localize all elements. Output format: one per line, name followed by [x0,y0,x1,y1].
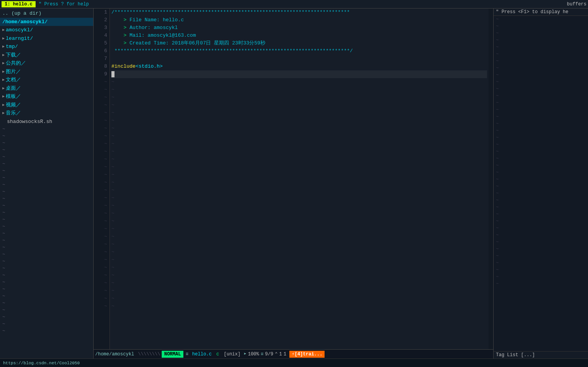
code-text: Created Time: 2018年06月07日 星期四 23时33分59秒 [130,39,265,47]
tilde-row: ~ [0,272,93,279]
tilde-row: ~ [494,30,588,37]
code-line-7 [111,55,487,63]
sidebar-item-current-path[interactable]: /home/amoscykl/ [0,18,93,26]
tilde-row: ~ [0,265,93,272]
tilde-row: ~ [494,155,588,162]
tilde-line: ~ [111,241,487,248]
sidebar-item-music[interactable]: ▶ 音乐／ [0,109,93,118]
line-numbers: 1 2 3 4 5 6 7 8 9 ~ ~ ~ ~ ~ ~ [94,9,110,349]
tilde-row: ~ [0,279,93,286]
dir-label: 下载／ [6,51,21,59]
tilde-line: ~ [111,202,487,210]
sidebar-item-videos[interactable]: ▶ 视频／ [0,101,93,109]
text-cursor [111,71,115,77]
tilde-row: ~ [494,239,588,246]
status-mode: NORMAL [162,351,183,358]
tilde-line: ~ [111,155,487,163]
status-sep: \\\\\\\\ [138,352,161,357]
sidebar-content: .. (up a dir) /home/amoscykl/ ▶ amoscykl… [0,9,93,358]
line-num-2: 2 [94,16,109,24]
file-explorer: .. (up a dir) /home/amoscykl/ ▶ amoscykl… [0,9,94,358]
help-text: " Press ? for help [39,2,567,7]
sidebar-item-documents[interactable]: ▶ 文档／ [0,76,93,84]
sidebar-item-tmp[interactable]: ▶ tmp/ [0,43,93,51]
code-text: > [111,32,130,39]
code-text: <stdio.h> [135,63,162,70]
arrow-icon: ▶ [2,77,5,83]
sidebar-item-desktop[interactable]: ▶ 桌面／ [0,84,93,93]
code-line-4: > Mail: amoscykl@163.com [111,32,487,39]
tilde-line: ~ [94,86,109,94]
code-line-5: > Created Time: 2018年06月07日 星期四 23时33分59… [111,39,487,47]
up-dir-label: .. (up a dir) [2,10,41,17]
dir-label: 视频／ [6,101,21,109]
tilde-row: ~ [0,167,93,174]
sidebar-item-templates[interactable]: ▶ 模板／ [0,92,93,101]
tilde-line: ~ [111,287,487,295]
code-text [111,55,115,63]
tilde-row: ~ [0,300,93,307]
code-content[interactable]: /***************************************… [110,9,489,349]
bottom-bar: https://blog.csdn.net/Cool2050 [0,358,588,367]
tilde-row: ~ [494,44,588,51]
tilde-line: ~ [111,132,487,140]
tilde-row: ~ [494,148,588,155]
tilde-line: ~ [94,101,109,109]
tilde-line: ~ [94,202,109,210]
arrow-icon: ▶ [2,44,5,50]
tilde-row: ~ [0,154,93,160]
tilde-line: ~ [111,264,487,271]
code-line-2: > File Name: hello.c [111,16,487,24]
sidebar-item-pictures[interactable]: ▶ 图片／ [0,68,93,76]
tilde-line: ~ [111,256,487,264]
code-line-6: ****************************************… [111,47,487,55]
file-tab[interactable]: 1: hello.c [2,1,36,7]
tilde-row: ~ [0,307,93,314]
bottom-url[interactable]: https://blog.csdn.net/Cool2050 [3,361,80,365]
tilde-line: ~ [111,117,487,125]
arrow-icon: ▶ [2,52,5,58]
code-text: Author: amoscykl [130,24,178,32]
scrollbar[interactable] [489,9,493,349]
tilde-line: ~ [111,217,487,225]
status-bar: /home/amoscykl \\\\\\\\ NORMAL ≡ hello.c… [94,349,493,358]
tilde-row: ~ [0,258,93,265]
code-text: > [111,24,130,32]
sidebar-item-learngit[interactable]: ▶ learngit/ [0,34,93,43]
current-path-label: /home/amoscykl/ [2,18,48,26]
tilde-line: ~ [111,186,487,194]
tilde-line: ~ [94,279,109,287]
editor-area[interactable]: 1 2 3 4 5 6 7 8 9 ~ ~ ~ ~ ~ ~ [94,9,493,358]
tilde-line: ~ [94,117,109,125]
tilde-row: ~ [0,216,93,223]
tilde-line: ~ [111,279,487,287]
tilde-row: ~ [0,293,93,300]
tilde-row: ~ [494,204,588,211]
sidebar-item-downloads[interactable]: ▶ 下载／ [0,51,93,60]
tilde-row: ~ [0,209,93,216]
code-line-8: #include<stdio.h> [111,63,487,70]
code-text: > [111,39,130,47]
title-bar: 1: hello.c " Press ? for help buffers [0,0,588,9]
tilde-row: ~ [494,120,588,127]
tilde-line: ~ [111,233,487,241]
tilde-row: ~ [494,127,588,134]
editor-content: 1 2 3 4 5 6 7 8 9 ~ ~ ~ ~ ~ ~ [94,9,493,349]
tilde-line: ~ [94,148,109,155]
tilde-line: ~ [94,163,109,171]
tilde-row: ~ [494,211,588,218]
sidebar-item-public[interactable]: ▶ 公共的／ [0,59,93,68]
tilde-line: ~ [94,217,109,225]
tilde-row: ~ [494,92,588,99]
status-percent-icon: ➤ [244,351,246,357]
code-line-3: > Author: amoscykl [111,24,487,32]
code-text: File Name: hello.c [130,16,184,24]
tilde-line: ~ [94,155,109,163]
line-num-3: 3 [94,24,109,32]
sidebar-item-shadowsocksr[interactable]: shadowsocksR.sh [0,118,93,126]
sidebar-item-amoscykl[interactable]: ▶ amoscykl/ [0,26,93,34]
tilde-line: ~ [94,140,109,148]
tilde-line: ~ [94,271,109,279]
tilde-line: ~ [94,179,109,186]
sidebar-item-up-dir[interactable]: .. (up a dir) [0,9,93,18]
